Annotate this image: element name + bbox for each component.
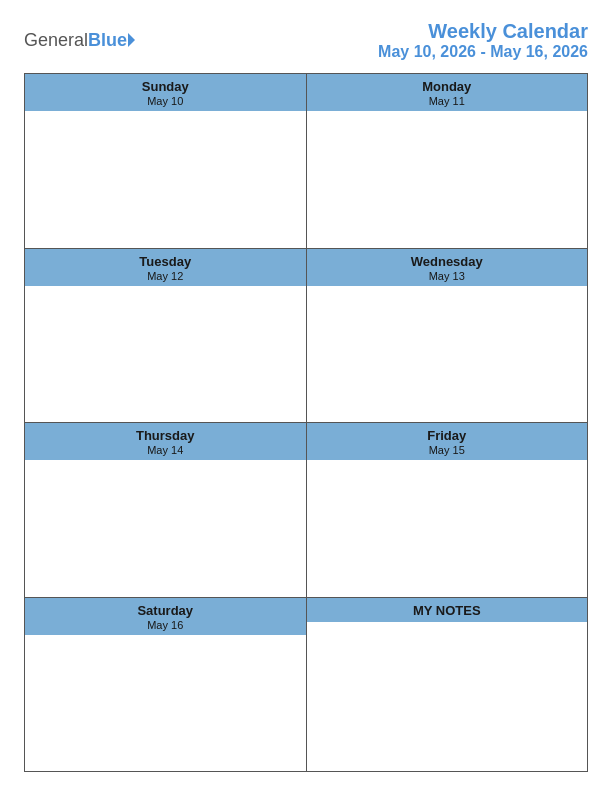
week-row-1: Sunday May 10 Monday May 11 xyxy=(25,74,587,249)
calendar-title: Weekly Calendar xyxy=(378,20,588,43)
notes-cell: MY NOTES xyxy=(307,598,588,635)
monday-cell: Monday May 11 xyxy=(307,74,588,111)
week-row-4-body xyxy=(25,635,587,772)
week-row-3-body xyxy=(25,460,587,597)
logo-triangle-icon xyxy=(128,33,135,47)
friday-cell: Friday May 15 xyxy=(307,423,588,460)
week-row-4-header: Saturday May 16 MY NOTES xyxy=(25,598,587,635)
tuesday-name: Tuesday xyxy=(25,254,306,269)
week-row-2: Tuesday May 12 Wednesday May 13 xyxy=(25,249,587,424)
logo-blue-text: Blue xyxy=(88,30,127,51)
header-right: Weekly Calendar May 10, 2026 - May 16, 2… xyxy=(378,20,588,61)
friday-header: Friday May 15 xyxy=(307,423,588,460)
wednesday-body xyxy=(307,286,588,423)
thursday-body xyxy=(25,460,306,597)
sunday-header: Sunday May 10 xyxy=(25,74,306,111)
week-row-2-body xyxy=(25,286,587,423)
tuesday-header: Tuesday May 12 xyxy=(25,249,306,286)
tuesday-cell: Tuesday May 12 xyxy=(25,249,307,286)
thursday-date: May 14 xyxy=(25,444,306,456)
sunday-body-cell xyxy=(25,111,307,248)
tuesday-date: May 12 xyxy=(25,270,306,282)
page: General Blue Weekly Calendar May 10, 202… xyxy=(0,0,612,792)
notes-body-cell xyxy=(307,635,588,772)
thursday-name: Thursday xyxy=(25,428,306,443)
wednesday-name: Wednesday xyxy=(307,254,588,269)
calendar-grid: Sunday May 10 Monday May 11 xyxy=(24,73,588,772)
saturday-header: Saturday May 16 xyxy=(25,598,306,635)
notes-label: MY NOTES xyxy=(413,603,481,618)
monday-header: Monday May 11 xyxy=(307,74,588,111)
tuesday-body-cell xyxy=(25,286,307,423)
week-row-4: Saturday May 16 MY NOTES xyxy=(25,598,587,772)
week-row-1-body xyxy=(25,111,587,248)
monday-body-cell xyxy=(307,111,588,248)
wednesday-cell: Wednesday May 13 xyxy=(307,249,588,286)
logo: General Blue xyxy=(24,30,135,51)
notes-header: MY NOTES xyxy=(307,598,588,622)
friday-body xyxy=(307,460,588,597)
sunday-date: May 10 xyxy=(25,95,306,107)
saturday-cell: Saturday May 16 xyxy=(25,598,307,635)
week-row-1-header: Sunday May 10 Monday May 11 xyxy=(25,74,587,111)
week-row-3-header: Thursday May 14 Friday May 15 xyxy=(25,423,587,460)
header: General Blue Weekly Calendar May 10, 202… xyxy=(24,20,588,61)
saturday-body-cell xyxy=(25,635,307,772)
thursday-cell: Thursday May 14 xyxy=(25,423,307,460)
tuesday-body xyxy=(25,286,306,423)
saturday-body xyxy=(25,635,306,772)
calendar-date-range: May 10, 2026 - May 16, 2026 xyxy=(378,43,588,61)
friday-name: Friday xyxy=(307,428,588,443)
week-row-2-header: Tuesday May 12 Wednesday May 13 xyxy=(25,249,587,286)
thursday-header: Thursday May 14 xyxy=(25,423,306,460)
logo-general-text: General xyxy=(24,30,88,51)
monday-name: Monday xyxy=(307,79,588,94)
sunday-body xyxy=(25,111,306,248)
saturday-date: May 16 xyxy=(25,619,306,631)
monday-date: May 11 xyxy=(307,95,588,107)
sunday-name: Sunday xyxy=(25,79,306,94)
friday-body-cell xyxy=(307,460,588,597)
notes-body xyxy=(307,635,588,772)
saturday-name: Saturday xyxy=(25,603,306,618)
wednesday-body-cell xyxy=(307,286,588,423)
wednesday-date: May 13 xyxy=(307,270,588,282)
monday-body xyxy=(307,111,588,248)
thursday-body-cell xyxy=(25,460,307,597)
sunday-cell: Sunday May 10 xyxy=(25,74,307,111)
week-row-3: Thursday May 14 Friday May 15 xyxy=(25,423,587,598)
friday-date: May 15 xyxy=(307,444,588,456)
wednesday-header: Wednesday May 13 xyxy=(307,249,588,286)
